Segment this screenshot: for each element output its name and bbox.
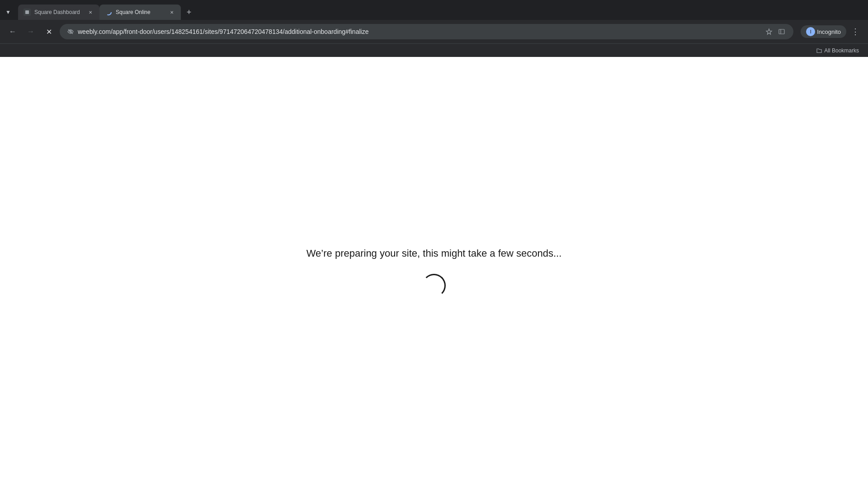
svg-point-1 <box>106 9 111 15</box>
profile-icon: I <box>806 27 815 36</box>
reader-mode-icon[interactable] <box>777 27 786 36</box>
loading-spinner <box>422 274 446 297</box>
weebly-loading-icon <box>105 9 112 16</box>
new-tab-button[interactable]: + <box>183 6 195 19</box>
address-text: weebly.com/app/front-door/users/14825416… <box>78 28 761 35</box>
loading-message: We’re preparing your site, this might ta… <box>307 248 562 259</box>
address-right-icons <box>764 27 786 36</box>
svg-marker-4 <box>766 29 772 34</box>
tab-square-online[interactable]: Square Online ✕ <box>99 5 181 20</box>
back-button[interactable]: ← <box>5 24 20 39</box>
tab-list: Square Dashboard ✕ Square Online ✕ <box>14 5 181 20</box>
tab-square-dashboard[interactable]: Square Dashboard ✕ <box>18 5 99 20</box>
tab-title-2: Square Online <box>116 9 165 15</box>
tab-close-1[interactable]: ✕ <box>87 9 94 16</box>
bookmark-star-icon[interactable] <box>764 27 774 36</box>
browser-menu-button[interactable]: ⋮ <box>848 24 863 39</box>
sidebar-icon <box>778 28 785 35</box>
tab-close-2[interactable]: ✕ <box>168 9 175 16</box>
tab-favicon-2 <box>105 9 112 16</box>
svg-rect-5 <box>779 29 784 34</box>
no-tracking-icon <box>67 28 74 35</box>
svg-rect-0 <box>25 10 29 14</box>
browser-window: ▼ Square Dashboard ✕ <box>0 0 868 488</box>
star-icon <box>765 28 773 35</box>
folder-icon <box>816 47 822 54</box>
address-bar[interactable]: weebly.com/app/front-door/users/14825416… <box>60 24 793 39</box>
reload-stop-button[interactable]: ✕ <box>42 24 56 39</box>
all-bookmarks-button[interactable]: All Bookmarks <box>812 47 863 55</box>
tab-dropdown-button[interactable]: ▼ <box>2 6 14 19</box>
forward-button[interactable]: → <box>24 24 38 39</box>
bookmarks-bar: All Bookmarks <box>0 43 868 57</box>
page-content: We’re preparing your site, this might ta… <box>0 57 868 488</box>
bookmarks-label: All Bookmarks <box>824 47 859 54</box>
nav-right-section: I Incognito ⋮ <box>801 24 863 39</box>
tab-favicon-1 <box>24 9 31 16</box>
square-icon <box>25 10 29 14</box>
tab-title-1: Square Dashboard <box>34 9 83 15</box>
profile-label: Incognito <box>817 28 841 35</box>
profile-button[interactable]: I Incognito <box>801 25 846 38</box>
tab-bar: ▼ Square Dashboard ✕ <box>0 0 868 20</box>
navigation-bar: ← → ✕ weebly.com/app/front-door/users/14… <box>0 20 868 43</box>
address-security-icon <box>67 28 74 35</box>
